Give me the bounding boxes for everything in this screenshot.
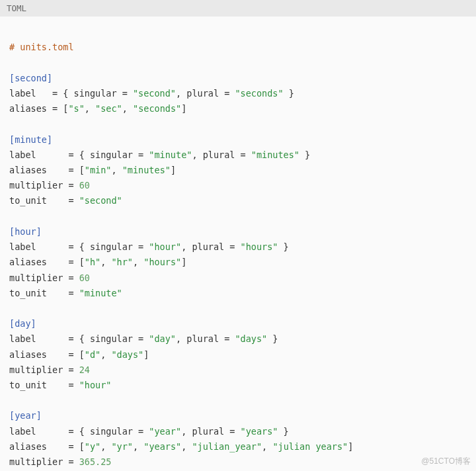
key-aliases: aliases bbox=[9, 257, 47, 267]
key-aliases: aliases bbox=[9, 165, 47, 175]
key-to-unit: to_unit bbox=[9, 195, 47, 206]
key-aliases: aliases bbox=[9, 441, 47, 452]
key-to-unit: to_unit bbox=[9, 288, 47, 298]
key-label: label bbox=[9, 150, 36, 160]
key-label: label bbox=[9, 241, 36, 252]
key-label: label bbox=[9, 88, 36, 99]
key-aliases: aliases bbox=[9, 103, 47, 114]
section-second: [second] bbox=[9, 73, 52, 83]
key-label: label bbox=[9, 333, 36, 344]
key-aliases: aliases bbox=[9, 349, 47, 360]
language-header: TOML bbox=[0, 0, 476, 17]
section-day: [day] bbox=[9, 318, 36, 329]
key-to-unit: to_unit bbox=[9, 380, 47, 390]
key-multiplier: multiplier bbox=[9, 273, 63, 283]
key-multiplier: multiplier bbox=[9, 456, 63, 467]
section-minute: [minute] bbox=[9, 134, 52, 145]
language-label: TOML bbox=[7, 3, 26, 13]
section-hour: [hour] bbox=[9, 226, 42, 237]
code-comment: # units.toml bbox=[9, 42, 74, 52]
code-block: # units.toml [second] label = { singular… bbox=[0, 17, 476, 471]
section-year: [year] bbox=[9, 410, 42, 421]
key-multiplier: multiplier bbox=[9, 364, 63, 375]
key-multiplier: multiplier bbox=[9, 180, 63, 191]
key-label: label bbox=[9, 426, 36, 437]
watermark: @51CTO博客 bbox=[421, 456, 471, 467]
